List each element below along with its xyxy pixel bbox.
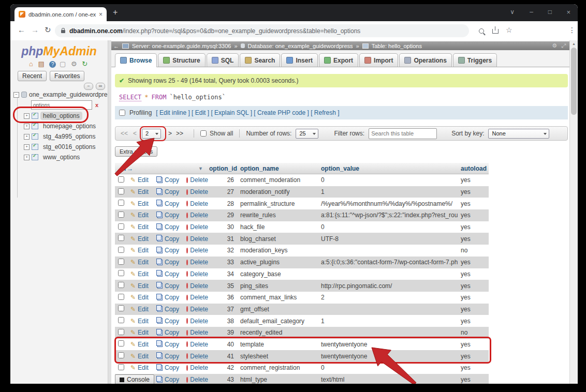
filter-rows-input[interactable] xyxy=(369,128,437,139)
column-header-autoload[interactable]: autoload xyxy=(458,165,489,172)
row-checkbox[interactable] xyxy=(118,176,124,183)
home-icon[interactable]: ⌂ xyxy=(29,60,35,68)
page-select[interactable]: 2 xyxy=(142,129,161,139)
zoom-icon[interactable] xyxy=(479,28,484,34)
show-all-checkbox[interactable] xyxy=(200,130,207,137)
collapse-sidebar-arrow-icon[interactable]: ← xyxy=(113,43,119,49)
delete-link[interactable]: Delete xyxy=(183,282,208,290)
sql-keyword-select[interactable]: SELECT xyxy=(119,94,141,101)
reload-navigation-icon[interactable]: ↻ xyxy=(82,60,89,68)
row-checkbox[interactable] xyxy=(118,352,124,358)
row-checkbox[interactable] xyxy=(118,294,124,300)
sidebar-item-hello-options[interactable]: + hello_options xyxy=(13,111,107,121)
tab-export[interactable]: Export xyxy=(319,53,358,67)
scrollbar-thumb[interactable] xyxy=(571,48,577,115)
column-header-option-id[interactable]: option_id xyxy=(208,165,237,172)
column-header-option-value[interactable]: option_value xyxy=(318,165,458,172)
delete-link[interactable]: Delete xyxy=(183,329,208,336)
profiling-links[interactable]: [ Edit inline ] [ Edit ] [ Explain SQL ]… xyxy=(156,109,339,116)
edit-link[interactable]: ✎Edit xyxy=(127,188,154,195)
page-scrollbar[interactable]: ▲ xyxy=(569,40,578,384)
window-menu-chevron-icon[interactable]: ∨ xyxy=(510,8,515,16)
copy-link[interactable]: Copy xyxy=(154,294,183,301)
recent-button[interactable]: Recent xyxy=(18,71,47,81)
expand-node-icon[interactable]: + xyxy=(24,155,30,160)
last-page-button[interactable]: >> xyxy=(176,130,183,137)
copy-link[interactable]: Copy xyxy=(154,235,183,243)
prev-page-button[interactable]: < xyxy=(133,130,137,137)
delete-link[interactable]: Delete xyxy=(183,318,208,325)
copy-link[interactable]: Copy xyxy=(154,247,183,254)
edit-link[interactable]: ✎Edit xyxy=(127,318,154,325)
row-checkbox[interactable] xyxy=(118,329,124,335)
collapse-panel-icon[interactable]: ⤢ xyxy=(561,42,566,49)
page-settings-gear-icon[interactable]: ⚙ xyxy=(552,42,557,49)
with-selected-dropdown-icon[interactable]: ▼ xyxy=(198,166,203,171)
delete-link[interactable]: Delete xyxy=(183,294,208,301)
sidebar-item-stg-e0016-options[interactable]: + stg_e0016_options xyxy=(13,142,107,152)
edit-link[interactable]: ✎Edit xyxy=(127,259,154,266)
delete-link[interactable]: Delete xyxy=(183,223,208,231)
edit-link[interactable]: ✎Edit xyxy=(127,329,154,336)
expand-node-icon[interactable]: + xyxy=(24,113,30,119)
row-checkbox[interactable] xyxy=(118,364,124,370)
settings-gear-icon[interactable]: ⚙ xyxy=(71,60,79,68)
delete-link[interactable]: Delete xyxy=(183,364,208,371)
copy-link[interactable]: Copy xyxy=(154,176,183,184)
copy-link[interactable]: Copy xyxy=(154,306,183,313)
row-checkbox[interactable] xyxy=(118,188,124,194)
edit-link[interactable]: ✎Edit xyxy=(127,212,154,219)
edit-link[interactable]: ✎Edit xyxy=(127,247,154,254)
tab-sql[interactable]: SQL xyxy=(207,53,239,67)
favorites-button[interactable]: Favorites xyxy=(50,71,84,81)
row-checkbox[interactable] xyxy=(118,270,124,276)
bookmark-star-icon[interactable]: ☆ xyxy=(506,26,512,34)
tab-search[interactable]: Search xyxy=(240,53,280,67)
row-checkbox[interactable] xyxy=(118,235,124,241)
copy-link[interactable]: Copy xyxy=(154,364,183,371)
delete-link[interactable]: Delete xyxy=(183,376,208,383)
copy-link[interactable]: Copy xyxy=(154,270,183,278)
copy-link[interactable]: Copy xyxy=(154,282,183,290)
copy-link[interactable]: Copy xyxy=(154,353,183,360)
edit-link[interactable]: ✎Edit xyxy=(127,294,154,301)
window-maximize-icon[interactable]: □ xyxy=(548,8,552,16)
first-page-button[interactable]: << xyxy=(121,130,128,137)
edit-link[interactable]: ✎Edit xyxy=(127,282,154,290)
sidebar-item-www-options[interactable]: + www_options xyxy=(13,152,107,162)
tree-filter-input[interactable] xyxy=(31,100,92,110)
extra-options-button[interactable]: Extra options xyxy=(115,146,157,157)
relational-header[interactable]: ←T→ xyxy=(117,165,133,172)
row-checkbox[interactable] xyxy=(118,223,124,230)
copy-link[interactable]: Copy xyxy=(154,259,183,266)
sidebar-item-stg-4a995-options[interactable]: + stg_4a995_options xyxy=(13,131,107,142)
edit-link[interactable]: ✎Edit xyxy=(127,270,154,278)
browser-tab[interactable]: dbadmin.one.com / one-example × xyxy=(14,7,107,21)
delete-link[interactable]: Delete xyxy=(183,247,208,254)
delete-link[interactable]: Delete xyxy=(183,270,208,278)
copy-link[interactable]: Copy xyxy=(154,376,183,383)
row-checkbox[interactable] xyxy=(118,340,124,346)
copy-link[interactable]: Copy xyxy=(154,212,183,219)
help-icon[interactable]: ? xyxy=(49,61,56,68)
breadcrumb-server[interactable]: Server: one-example.guide.mysql:3306 xyxy=(132,43,231,49)
profiling-checkbox[interactable] xyxy=(119,110,125,116)
delete-link[interactable]: Delete xyxy=(183,259,208,266)
next-page-button[interactable]: > xyxy=(168,130,172,137)
delete-link[interactable]: Delete xyxy=(183,235,208,243)
sidebar-header-icons[interactable]: ⌂ ▤ ? ▢ ⚙ ↻ xyxy=(10,60,108,68)
url-bar[interactable]: dbadmin.one.com/index.php?route=/sql&pos… xyxy=(55,24,469,37)
row-checkbox[interactable] xyxy=(118,200,124,206)
collapse-all-button[interactable]: − xyxy=(84,83,93,90)
copy-link[interactable]: Copy xyxy=(154,223,183,231)
column-header-option-name[interactable]: option_name xyxy=(237,165,318,172)
reload-button[interactable]: ↻ xyxy=(45,25,51,35)
forward-button[interactable]: → xyxy=(31,25,39,34)
copy-link[interactable]: Copy xyxy=(154,188,183,195)
collapse-node-icon[interactable]: − xyxy=(13,92,19,98)
expand-node-icon[interactable]: + xyxy=(24,134,30,140)
edit-link[interactable]: ✎Edit xyxy=(127,223,154,231)
new-tab-button[interactable]: + xyxy=(113,8,118,17)
tab-import[interactable]: Import xyxy=(359,53,398,67)
delete-link[interactable]: Delete xyxy=(183,212,208,219)
